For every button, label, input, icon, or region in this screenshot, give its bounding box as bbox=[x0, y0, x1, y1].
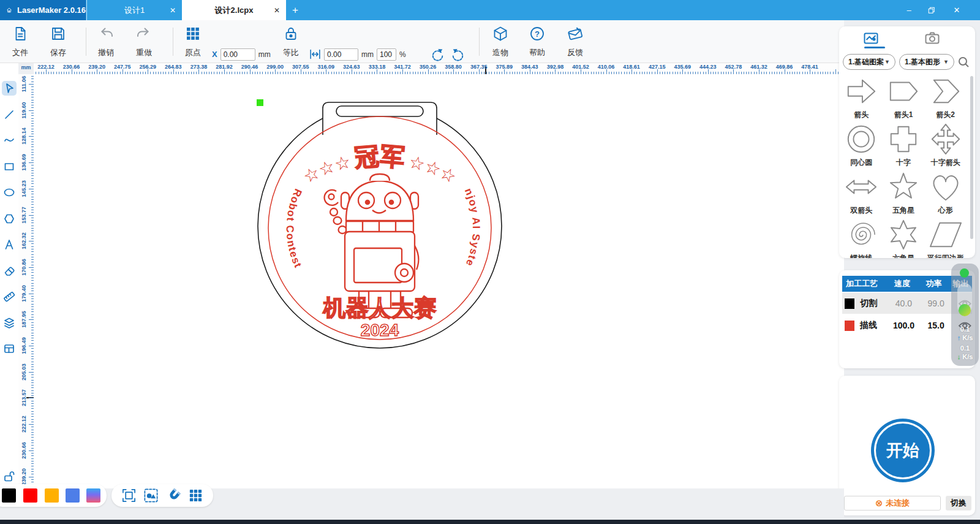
tab-label: 设计1 bbox=[124, 5, 145, 16]
shape-library-panel: 1.基础图案▼ 1.基本图形▼ 箭头箭头1箭头2同心圆十字十字箭头双箭头五角星心… bbox=[839, 26, 975, 258]
home-icon[interactable] bbox=[6, 5, 12, 15]
ruler-tick bbox=[631, 69, 632, 74]
bottom-dark-bar bbox=[0, 520, 980, 524]
color-gradient[interactable] bbox=[86, 488, 100, 503]
shape-item-arrow1[interactable]: 箭头1 bbox=[883, 72, 924, 120]
speed-value[interactable]: 40.0 bbox=[888, 298, 920, 308]
power-value[interactable]: 15.0 bbox=[920, 321, 952, 330]
category-dropdown-1[interactable]: 1.基础图案▼ bbox=[843, 54, 895, 70]
v-ruler-label: 179.40 bbox=[21, 281, 27, 306]
connection-status[interactable]: ⊗ 未连接 bbox=[844, 496, 941, 511]
ruler-tool[interactable] bbox=[2, 289, 17, 304]
tab-close-icon[interactable]: ✕ bbox=[274, 6, 280, 15]
shape-item-arrow2[interactable]: 箭头2 bbox=[925, 72, 966, 120]
eraser-icon bbox=[3, 265, 15, 277]
tab-close-icon[interactable]: ✕ bbox=[170, 6, 176, 15]
text-tool[interactable] bbox=[2, 237, 17, 252]
grid-icon[interactable] bbox=[188, 488, 203, 503]
rotate-cw-icon[interactable] bbox=[450, 47, 466, 64]
rotate-ccw-icon[interactable] bbox=[429, 47, 446, 64]
search-icon[interactable] bbox=[958, 56, 970, 68]
start-button[interactable]: 开始 bbox=[871, 419, 935, 482]
tab-camera[interactable] bbox=[923, 31, 941, 45]
maximize-button[interactable] bbox=[921, 0, 942, 20]
save-button[interactable]: 保存 bbox=[43, 24, 74, 59]
shape-item-arrow[interactable]: 箭头 bbox=[841, 72, 881, 120]
medal-design[interactable]: ☆☆☆冠军☆☆☆ Robot Contest Enjoy AI System 机… bbox=[250, 96, 510, 355]
close-button[interactable]: ✕ bbox=[946, 0, 967, 20]
category-dropdown-2[interactable]: 1.基本图形▼ bbox=[899, 54, 954, 70]
color-black[interactable] bbox=[2, 488, 16, 503]
process-name: 切割 bbox=[860, 298, 888, 309]
shape-item-star5[interactable]: 五角星 bbox=[883, 168, 924, 216]
medal-year-text: 2024 bbox=[361, 321, 399, 340]
shape-item-cross-arrow[interactable]: 十字箭头 bbox=[925, 120, 966, 168]
x-input[interactable] bbox=[221, 48, 255, 61]
frame-select-icon[interactable] bbox=[121, 488, 137, 503]
width-row: mm % bbox=[309, 48, 406, 61]
feedback-button[interactable]: 反馈 bbox=[560, 24, 590, 59]
tab-design2[interactable]: 设计2.lcpx ✕ bbox=[182, 0, 286, 20]
tab-design1[interactable]: 设计1 ✕ bbox=[86, 0, 182, 20]
width-input[interactable] bbox=[324, 48, 358, 61]
layers-tool[interactable] bbox=[2, 316, 17, 330]
shape-label: 五角星 bbox=[892, 205, 914, 216]
color-orange[interactable] bbox=[45, 488, 59, 503]
new-tab-button[interactable]: + bbox=[289, 0, 301, 20]
redo-button[interactable]: 重做 bbox=[129, 24, 159, 59]
eraser-tool[interactable] bbox=[2, 264, 17, 278]
switch-device-button[interactable]: 切换 bbox=[946, 496, 971, 511]
fit-selection-icon[interactable] bbox=[143, 488, 159, 503]
horizontal-ruler: 222.12230.66239.20247.75256.29264.83273.… bbox=[34, 63, 844, 74]
camera-icon bbox=[925, 32, 940, 44]
undo-button[interactable]: 撤销 bbox=[91, 24, 121, 59]
layer-color-swatch[interactable] bbox=[845, 298, 854, 309]
titlebar: LaserMaker 2.0.16 设计1 ✕ 设计2.lcpx ✕ + – ✕ bbox=[0, 0, 980, 20]
shape-item-heart[interactable]: 心形 bbox=[925, 168, 966, 216]
shape-item-star6[interactable]: 六角星 bbox=[883, 216, 924, 258]
magnet-icon[interactable] bbox=[166, 488, 181, 503]
color-red[interactable] bbox=[23, 488, 37, 503]
color-blue[interactable] bbox=[66, 488, 80, 503]
power-value[interactable]: 99.0 bbox=[920, 298, 952, 308]
ruler-tick bbox=[504, 69, 505, 74]
ratio-lock-button[interactable]: 等比 bbox=[276, 24, 306, 59]
width-unit: mm bbox=[361, 50, 374, 59]
select-tool[interactable] bbox=[2, 81, 17, 96]
shape-scrollbar[interactable] bbox=[970, 76, 973, 239]
layer-color-swatch[interactable] bbox=[845, 321, 854, 331]
ellipse-tool[interactable] bbox=[2, 185, 17, 200]
rect-tool[interactable] bbox=[2, 159, 17, 174]
design-canvas[interactable]: ☆☆☆冠军☆☆☆ Robot Contest Enjoy AI System 机… bbox=[34, 74, 844, 488]
v-ruler-label: 230.66 bbox=[21, 438, 27, 463]
curve-tool[interactable] bbox=[2, 133, 17, 148]
ruler-tick bbox=[606, 69, 607, 74]
v-ruler-label: 196.49 bbox=[21, 333, 27, 359]
origin-button[interactable]: 原点 bbox=[178, 24, 208, 59]
shape-item-cross[interactable]: 十字 bbox=[883, 120, 924, 168]
make-button[interactable]: 造物 bbox=[485, 24, 516, 59]
ruler-tick bbox=[301, 69, 301, 74]
shape-item-concentric[interactable]: 同心圆 bbox=[841, 120, 881, 168]
net-speed-widget[interactable]: 0.1 ↑ K/s 0.1 ↓ K/s bbox=[951, 264, 979, 366]
shape-item-parallelogram[interactable]: 平行四边形 bbox=[925, 216, 966, 258]
shape-item-spiral[interactable]: 螺旋线 bbox=[841, 216, 881, 258]
text-icon bbox=[3, 238, 15, 251]
line-tool[interactable] bbox=[2, 107, 17, 122]
table-tool[interactable] bbox=[2, 341, 17, 356]
polygon-tool[interactable] bbox=[2, 211, 17, 226]
shape-item-double-arrow[interactable]: 双箭头 bbox=[841, 168, 881, 216]
canvas-lock-tool[interactable] bbox=[2, 469, 17, 484]
main-toolbar: 文件 保存 撤销 重做 原点 X mm Y mm 等比 mm bbox=[0, 20, 844, 63]
help-button[interactable]: ? 帮助 bbox=[522, 24, 552, 59]
width-percent-input[interactable] bbox=[377, 48, 396, 61]
minimize-button[interactable]: – bbox=[899, 0, 919, 20]
file-button[interactable]: 文件 bbox=[5, 24, 36, 59]
ruler-tick bbox=[657, 69, 658, 74]
cross-arrow-icon bbox=[928, 123, 963, 156]
origin-grid-icon bbox=[185, 26, 201, 42]
color-swatch-bar bbox=[0, 484, 107, 507]
ruler-tick bbox=[29, 450, 34, 451]
tab-gallery[interactable] bbox=[862, 31, 880, 45]
speed-value[interactable]: 100.0 bbox=[888, 321, 920, 330]
